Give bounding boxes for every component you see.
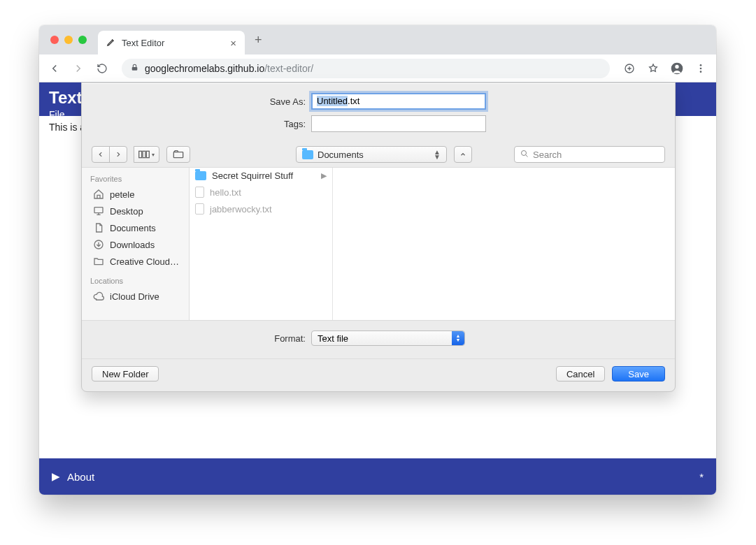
reload-button[interactable]: [92, 59, 112, 78]
file-icon: [195, 187, 204, 198]
page-content: Text File This is a n ▶ About * Save As:…: [39, 82, 716, 495]
folder-icon: [302, 150, 313, 159]
sidebar-item-documents[interactable]: Documents: [90, 219, 189, 236]
pencil-icon: [106, 37, 116, 49]
zoom-window-button[interactable]: [78, 36, 87, 44]
svg-point-11: [522, 150, 527, 155]
address-bar[interactable]: googlechromelabs.github.io/text-editor/: [122, 59, 610, 78]
chevron-right-icon: ▶: [321, 171, 327, 180]
dialog-toolbar: ▾ Documents ▲▼: [82, 143, 675, 167]
sidebar-item-icloud[interactable]: iCloud Drive: [90, 288, 189, 305]
home-icon: [93, 189, 104, 200]
svg-rect-0: [132, 66, 138, 70]
sidebar-item-desktop[interactable]: Desktop: [90, 203, 189, 219]
location-name: Documents: [318, 150, 364, 160]
list-item[interactable]: Secret Squirrel Stuff ▶: [190, 168, 332, 184]
stepper-icon: ▲▼: [434, 150, 441, 159]
app-footer: ▶ About *: [39, 458, 716, 495]
search-placeholder: Search: [533, 150, 562, 160]
disclosure-triangle-icon[interactable]: ▶: [52, 470, 60, 483]
dialog-buttons: New Folder Cancel Save: [82, 359, 675, 391]
search-icon: [520, 150, 529, 160]
svg-rect-7: [139, 151, 142, 157]
browser-window: Text Editor × + googlechromelabs.github.…: [39, 25, 716, 495]
svg-rect-12: [94, 208, 103, 213]
format-row: Format: Text file ▲▼: [82, 321, 675, 359]
tags-label: Tags:: [96, 119, 311, 129]
lock-icon: [130, 63, 139, 74]
svg-rect-10: [173, 152, 183, 158]
close-tab-icon[interactable]: ×: [230, 37, 236, 49]
folder-icon: [195, 171, 206, 180]
save-as-filename: Untitled: [317, 96, 348, 106]
save-button[interactable]: Save: [612, 366, 665, 382]
tags-input[interactable]: [311, 115, 486, 132]
location-popup[interactable]: Documents ▲▼: [296, 146, 447, 163]
sidebar: Favorites petele Desktop Documents: [82, 168, 190, 320]
item-name: jabberwocky.txt: [210, 204, 272, 215]
locations-header: Locations: [90, 277, 189, 285]
documents-icon: [93, 222, 104, 233]
downloads-icon: [93, 239, 104, 250]
tab-title: Text Editor: [122, 38, 164, 48]
file-browser: Favorites petele Desktop Documents: [82, 167, 675, 321]
close-window-button[interactable]: [50, 36, 59, 44]
svg-point-4: [700, 64, 702, 66]
format-select[interactable]: Text file ▲▼: [311, 330, 465, 346]
favorites-header: Favorites: [90, 175, 189, 183]
cloud-icon: [93, 291, 104, 302]
item-name: Secret Squirrel Stuff: [212, 170, 293, 181]
stepper-icon: ▲▼: [452, 331, 464, 345]
svg-point-5: [700, 67, 702, 69]
list-item[interactable]: jabberwocky.txt: [190, 201, 332, 217]
footer-about[interactable]: About: [67, 471, 94, 483]
url-text: googlechromelabs.github.io/text-editor/: [145, 63, 313, 74]
bookmark-star-icon[interactable]: [643, 59, 663, 78]
browser-toolbar: googlechromelabs.github.io/text-editor/: [39, 54, 716, 82]
svg-rect-8: [143, 151, 145, 157]
file-icon: [195, 203, 204, 215]
new-tab-button[interactable]: +: [245, 33, 272, 48]
modified-indicator: *: [699, 471, 704, 483]
format-label: Format:: [82, 333, 311, 344]
sidebar-item-creative-cloud[interactable]: Creative Cloud…: [90, 253, 189, 270]
minimize-window-button[interactable]: [64, 36, 73, 44]
sidebar-item-label: Desktop: [110, 206, 143, 217]
sidebar-item-label: petele: [110, 189, 134, 200]
folder-icon: [93, 256, 104, 267]
desktop-icon: [93, 205, 104, 217]
sidebar-item-label: iCloud Drive: [110, 291, 159, 302]
svg-rect-9: [146, 151, 149, 157]
tab-text-editor[interactable]: Text Editor ×: [98, 31, 245, 54]
new-folder-button[interactable]: New Folder: [92, 366, 159, 382]
save-as-ext: .txt: [348, 96, 359, 106]
profile-icon[interactable]: [667, 59, 687, 78]
kebab-menu-icon[interactable]: [691, 59, 711, 78]
file-column-2: [333, 168, 675, 320]
back-button[interactable]: [45, 59, 64, 78]
svg-point-3: [675, 64, 678, 68]
window-controls: [39, 36, 98, 44]
sidebar-item-home[interactable]: petele: [90, 186, 189, 203]
save-dialog: Save As: Untitled.txt Tags:: [81, 82, 676, 392]
group-button[interactable]: [166, 146, 190, 163]
list-item[interactable]: hello.txt: [190, 184, 332, 201]
format-value: Text file: [318, 333, 348, 344]
nav-back-button[interactable]: [92, 146, 110, 163]
view-mode-button[interactable]: ▾: [134, 146, 159, 163]
sidebar-item-label: Creative Cloud…: [110, 256, 179, 267]
save-as-input[interactable]: Untitled.txt: [311, 93, 486, 110]
cancel-button[interactable]: Cancel: [556, 366, 605, 382]
sidebar-item-label: Downloads: [110, 240, 155, 250]
nav-forward-button[interactable]: [109, 146, 127, 163]
forward-button[interactable]: [69, 59, 88, 78]
file-column-1: Secret Squirrel Stuff ▶ hello.txt jabber…: [190, 168, 333, 320]
search-field[interactable]: Search: [514, 146, 665, 163]
collapse-button[interactable]: [454, 146, 472, 163]
tab-strip: Text Editor × +: [39, 25, 716, 54]
install-app-icon[interactable]: [620, 59, 639, 78]
sidebar-item-downloads[interactable]: Downloads: [90, 236, 189, 253]
svg-point-6: [700, 71, 702, 73]
item-name: hello.txt: [210, 187, 241, 198]
sidebar-item-label: Documents: [110, 223, 156, 233]
